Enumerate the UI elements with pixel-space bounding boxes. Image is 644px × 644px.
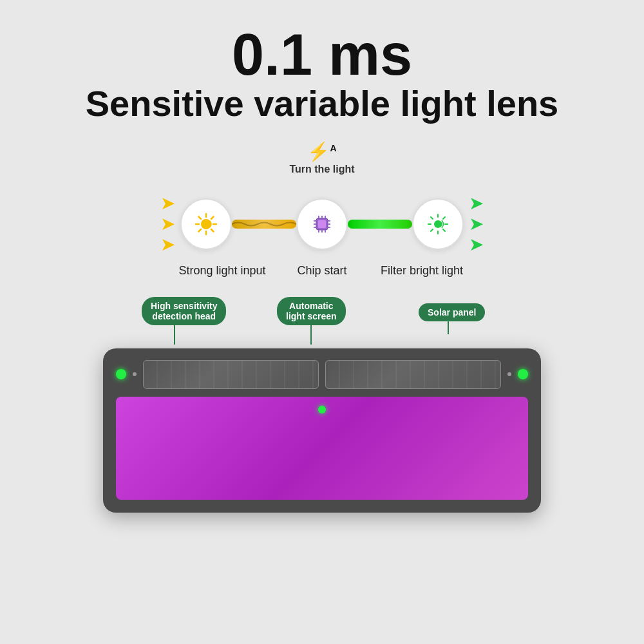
svg-line-7 (211, 216, 214, 219)
process-diagram: ➤ ➤ ➤ (155, 194, 489, 254)
arrow-yellow-top: ➤ (160, 194, 175, 213)
svg-line-8 (199, 229, 202, 232)
labels-row: Strong light input Chip start Filter bri… (164, 264, 480, 278)
light-icon-section: ⚡A Turn the light (289, 143, 354, 175)
tooltip-left-container: High sensitivitydetection head (142, 297, 226, 345)
svg-line-29 (443, 229, 445, 231)
sensor-dot-left (116, 369, 126, 379)
arrow-green-top: ➤ (469, 194, 484, 213)
main-title: 0.1 ms (86, 26, 559, 84)
svg-line-6 (211, 229, 214, 232)
tooltip-right-text: Solar panel (428, 307, 476, 317)
helmet-top-row (116, 360, 528, 389)
bolt-icon: ⚡A (307, 142, 336, 162)
screen-center-dot (318, 406, 326, 413)
tooltip-left-line (174, 325, 175, 345)
bolt-left (133, 372, 137, 376)
node-filter (412, 198, 464, 250)
helmet-screen (116, 397, 528, 500)
arrow-yellow-mid: ➤ (160, 215, 175, 233)
arrow-green-mid: ➤ (469, 215, 484, 233)
svg-line-30 (443, 217, 445, 219)
svg-rect-10 (318, 220, 326, 228)
tooltip-center: Automaticlight screen (277, 297, 346, 325)
node-sun (180, 198, 232, 250)
tooltip-center-text: Automaticlight screen (286, 301, 337, 321)
bolt-right (507, 372, 511, 376)
solar-panel-right (325, 360, 501, 389)
connector-bar-left (232, 220, 296, 229)
svg-line-5 (199, 216, 202, 219)
helmet-section: High sensitivitydetection head Automatic… (103, 297, 541, 513)
connector-bar-right (348, 220, 412, 229)
arrow-yellow-bot: ➤ (160, 236, 175, 254)
process-section: ➤ ➤ ➤ (155, 194, 489, 278)
sensor-dot-right (518, 369, 528, 379)
arrows-right: ➤ ➤ ➤ (469, 194, 489, 254)
label-strong-light: Strong light input (164, 264, 280, 278)
filter-icon (426, 212, 450, 236)
solar-panel-left (143, 360, 319, 389)
tooltip-center-container: Automaticlight screen (277, 297, 346, 345)
tooltip-right: Solar panel (419, 303, 485, 321)
helmet-device (103, 348, 541, 513)
arrows-left: ➤ ➤ ➤ (155, 194, 175, 254)
auto-light-icon: ⚡A (307, 143, 336, 161)
sub-title: Sensitive variable light lens (86, 84, 559, 124)
tooltip-left: High sensitivitydetection head (142, 297, 226, 325)
tooltip-left-text: High sensitivitydetection head (151, 301, 217, 321)
connector-right (348, 218, 412, 231)
label-chip-start: Chip start (280, 264, 364, 278)
arrow-green-bot: ➤ (469, 236, 484, 254)
chip-icon (310, 212, 334, 236)
tooltip-right-container: Solar panel (419, 303, 485, 334)
tooltip-center-line (310, 325, 312, 345)
connector-left (232, 218, 296, 231)
label-filter-light: Filter bright light (364, 264, 480, 278)
node-chip (296, 198, 348, 250)
svg-line-28 (431, 217, 433, 219)
svg-line-31 (431, 229, 433, 231)
sun-icon (194, 212, 218, 236)
turn-light-label: Turn the light (289, 164, 354, 175)
tooltip-right-line (448, 321, 449, 334)
header-section: 0.1 ms Sensitive variable light lens (86, 0, 559, 124)
